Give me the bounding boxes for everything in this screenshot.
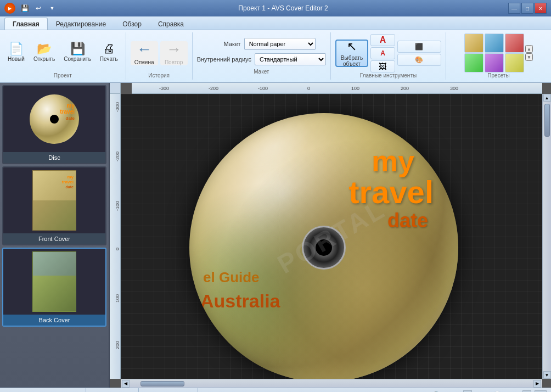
ribbon-group-presets: ▲ ▼ Пресеты	[446, 32, 551, 80]
disc-hole	[316, 239, 332, 256]
window-controls: — □ ✕	[508, 3, 547, 14]
title-bar: ▶ 💾 ↩ ▼ Проект 1 - AVS Cover Editor 2 — …	[0, 0, 551, 16]
front-thumbnail-text: mytraveldate	[62, 175, 74, 189]
maket-row-2: Внутренний радиус Стандартный	[197, 53, 326, 65]
ruler-vmark-n200: -200	[115, 152, 120, 161]
tab-view[interactable]: Обзор	[114, 18, 150, 30]
zoom-out-button[interactable]: −	[463, 390, 472, 393]
open-icon: 📂	[37, 43, 52, 55]
text-tool-button[interactable]: A	[370, 34, 395, 46]
ruler-mark-300: 300	[450, 86, 458, 91]
tab-edit[interactable]: Редактирование	[48, 18, 114, 30]
ruler-vmark-n100: -100	[115, 201, 120, 211]
preset-scroll: ▲ ▼	[525, 45, 533, 61]
undo-button[interactable]: ← Отмена	[131, 41, 158, 65]
ribbon: 📄 Новый 📂 Открыть 💾 Сохранить 🖨 Печать П…	[0, 30, 551, 83]
quick-access: 💾 ↩ ▼	[19, 2, 58, 14]
preset-item-3[interactable]	[505, 33, 524, 53]
ruler-corner	[110, 83, 121, 94]
scrollbar-horizontal[interactable]: ◀ ▶	[121, 379, 542, 388]
sidebar-item-back[interactable]: Back Cover	[2, 248, 106, 327]
app-icon: ▶	[4, 3, 15, 14]
undo-label: Отмена	[134, 59, 154, 65]
tools-right-buttons: A A 🖼	[370, 34, 395, 72]
ruler-mark-n200: -200	[209, 86, 218, 91]
preset-item-4[interactable]	[464, 53, 483, 72]
project-buttons: 📄 Новый 📂 Открыть 💾 Сохранить 🖨 Печать	[4, 33, 121, 71]
inner-radius-label: Внутренний радиус	[197, 56, 251, 63]
canvas-area[interactable]: PORTAL my travel date el Guide Australia	[121, 94, 542, 379]
ruler-vmark-0: 0	[115, 248, 120, 250]
front-thumbnail: mytraveldate	[32, 170, 76, 231]
scroll-right-button[interactable]: ▶	[533, 380, 541, 388]
new-label: Новый	[8, 56, 25, 62]
disc-thumbnail-hole	[50, 115, 59, 124]
front-label: Front Cover	[3, 233, 105, 244]
ruler-vmark-n300: -300	[115, 102, 120, 112]
new-button[interactable]: 📄 Новый	[4, 41, 28, 64]
scroll-left-button[interactable]: ◀	[122, 380, 130, 388]
preset-item-5[interactable]	[485, 53, 504, 72]
scroll-down-button[interactable]: ▼	[543, 371, 551, 379]
status-bar: Проект: DVD Case Clear Страница: 1/3 Выд…	[0, 388, 551, 392]
preset-item-2[interactable]	[485, 33, 504, 53]
maket-field-label: Макет	[197, 41, 241, 47]
cursor-icon: ↖	[347, 40, 357, 54]
preset-scroll-down[interactable]: ▼	[525, 53, 533, 61]
disc-thumbnail-text: mytraveldate	[60, 103, 75, 121]
select-object-button[interactable]: ↖ Выбратьобъект	[335, 40, 368, 67]
tab-help[interactable]: Справка	[150, 18, 192, 30]
preset-strip: ▲ ▼	[464, 33, 533, 72]
redo-icon: →	[166, 41, 182, 58]
inner-radius-select[interactable]: Стандартный	[255, 53, 326, 65]
presets-content: ▲ ▼	[464, 33, 533, 72]
open-button[interactable]: 📂 Открыть	[30, 41, 58, 64]
maket-row-1: Макет Normal paper	[197, 38, 326, 50]
shape-tool-button[interactable]: ⬛	[397, 41, 441, 53]
text-tool-2-button[interactable]: A	[370, 47, 395, 59]
ribbon-group-maket: Макет Normal paper Внутренний радиус Ста…	[193, 32, 331, 80]
status-project: Проект: DVD Case Clear	[4, 388, 86, 392]
disc-visual[interactable]: my travel date el Guide Australia	[176, 110, 472, 379]
scrollbar-h-thumb[interactable]	[140, 381, 184, 387]
preset-item-1[interactable]	[464, 33, 483, 53]
tools-group-label: Главные инструменты	[360, 72, 417, 79]
sidebar-item-disc[interactable]: mytraveldate Disc	[2, 85, 106, 164]
zoom-in-button[interactable]: +	[522, 390, 531, 393]
ribbon-group-project: 📄 Новый 📂 Открыть 💾 Сохранить 🖨 Печать П…	[0, 32, 126, 80]
open-label: Открыть	[33, 56, 55, 62]
more-tool-button[interactable]: 🎨	[397, 54, 441, 66]
disc-text-australia: Australia	[200, 290, 280, 312]
disc-text-travel: travel	[348, 176, 434, 208]
scrollbar-v-thumb[interactable]	[544, 104, 550, 137]
back-preview	[3, 249, 105, 315]
canvas-bg: PORTAL my travel date el Guide Australia	[121, 94, 542, 379]
scroll-up-button[interactable]: ▲	[543, 94, 551, 102]
ruler-mark-n100: -100	[258, 86, 268, 91]
save-button[interactable]: 💾 Сохранить	[60, 41, 94, 64]
minimize-button[interactable]: —	[508, 3, 520, 14]
quick-undo-button[interactable]: ↩	[32, 2, 44, 14]
preset-item-6[interactable]	[505, 53, 524, 72]
scrollbar-vertical[interactable]: ▲ ▼	[542, 94, 551, 379]
disc-text-date: date	[387, 209, 428, 232]
select-label: Выбратьобъект	[341, 55, 363, 67]
disc-text-guide: el Guide	[203, 269, 260, 286]
preset-scroll-up[interactable]: ▲	[525, 45, 533, 53]
maket-group-label: Макет	[197, 69, 326, 75]
ruler-mark-n300: -300	[159, 86, 169, 91]
zoom-fit-button[interactable]: ⊡	[535, 390, 547, 393]
quick-save-button[interactable]: 💾	[19, 2, 31, 14]
maket-select[interactable]: Normal paper	[244, 38, 316, 50]
redo-button[interactable]: → Повтор	[160, 41, 188, 65]
sidebar-item-front[interactable]: mytraveldate Front Cover	[2, 166, 106, 245]
text-2-icon: A	[380, 49, 385, 57]
maximize-button[interactable]: □	[521, 3, 533, 14]
image-tool-button[interactable]: 🖼	[370, 60, 395, 72]
disc-label: Disc	[3, 152, 105, 163]
quick-menu-button[interactable]: ▼	[46, 2, 58, 14]
tab-main[interactable]: Главная	[4, 18, 48, 30]
close-button[interactable]: ✕	[535, 3, 547, 14]
print-button[interactable]: 🖨 Печать	[97, 41, 121, 64]
window-title: Проект 1 - AVS Cover Editor 2	[58, 4, 508, 12]
